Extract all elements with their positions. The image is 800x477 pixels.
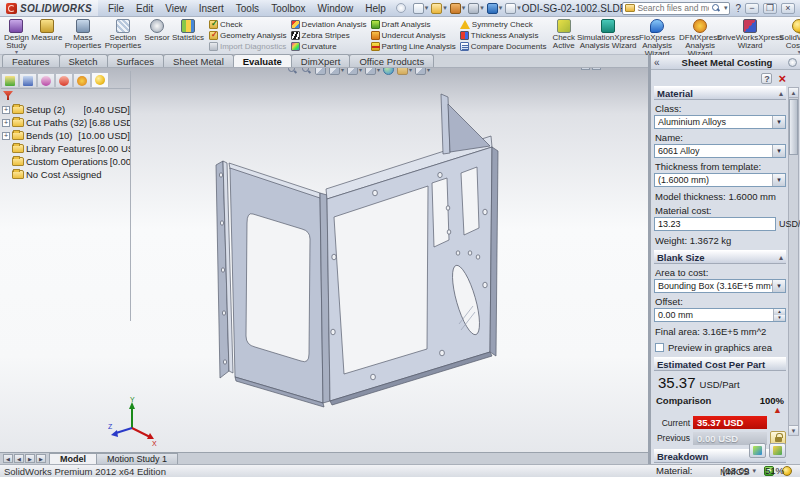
display-style-button[interactable]: ▾ [365, 68, 380, 75]
print-button[interactable]: ▾ [467, 2, 485, 15]
expand-icon[interactable]: + [2, 132, 10, 140]
costing-close-button[interactable]: × [778, 73, 786, 84]
material-cost-input[interactable] [654, 217, 776, 231]
undercut-analysis-button[interactable]: Undercut Analysis [371, 30, 456, 40]
draft-analysis-button[interactable]: Draft Analysis [371, 19, 456, 29]
select-button[interactable]: ▾ [504, 2, 522, 15]
caret-icon[interactable]: ▾ [462, 4, 466, 12]
zoom-to-area-button[interactable] [301, 68, 312, 75]
caret-icon[interactable]: ▾ [443, 4, 447, 12]
caret-icon[interactable]: ▾ [517, 4, 521, 12]
tree-row-setup[interactable]: + Setup (2) [0.40 USD] [1, 103, 130, 116]
design-study-button[interactable]: Design Study ▾ [2, 18, 31, 54]
zoom-to-fit-button[interactable] [287, 68, 298, 75]
area-to-cost-select[interactable]: Bounding Box (3.16E+5 mm^2) ▾ [654, 279, 786, 293]
collapse-section-icon[interactable]: ▴ [779, 253, 783, 262]
previous-view-button[interactable] [315, 68, 326, 75]
tab-sketch[interactable]: Sketch [59, 54, 108, 67]
viewport-split-icon[interactable] [592, 68, 601, 70]
next-tab-icon[interactable]: ▶ [25, 454, 35, 463]
sensor-button[interactable]: Sensor [143, 18, 171, 54]
chevron-down-icon[interactable]: ▾ [772, 280, 785, 292]
search-caret-icon[interactable]: ▾ [724, 4, 728, 12]
viewport-layout-icon[interactable] [581, 68, 590, 70]
search-box[interactable]: ▾ [622, 2, 730, 15]
stepper-down-icon[interactable]: ▼ [774, 315, 785, 321]
doc-close-button[interactable]: × [629, 68, 640, 71]
caret-icon[interactable]: ▾ [480, 4, 484, 12]
tree-row-bends[interactable]: + Bends (10) [10.00 USD] [1, 129, 130, 142]
tab-dimxpert-manager[interactable] [55, 73, 73, 87]
search-icon[interactable] [711, 3, 721, 13]
prev-tab-icon[interactable]: ◀ [14, 454, 24, 463]
open-button[interactable]: ▾ [430, 2, 448, 15]
menu-view[interactable]: View [159, 1, 193, 16]
chevron-down-icon[interactable]: ▾ [772, 145, 785, 157]
statistics-button[interactable]: Statistics [171, 18, 205, 54]
scroll-up-icon[interactable]: ▲ [789, 88, 798, 98]
collapse-section-icon[interactable]: ▴ [779, 89, 783, 98]
blank-size-section-header[interactable]: Blank Size ▴ [654, 250, 786, 264]
solidworks-costing-button[interactable]: SolidWorks Costing ▾ [777, 18, 800, 54]
tab-model[interactable]: Model [49, 453, 97, 465]
menu-insert[interactable]: Insert [193, 1, 230, 16]
chevron-down-icon[interactable]: ▾ [772, 116, 785, 128]
tree-row-library-features[interactable]: Library Features [0.00 USD] [1, 142, 130, 155]
pin-icon[interactable] [788, 58, 797, 67]
offset-stepper[interactable]: 0.00 mm ▲ ▼ [654, 308, 786, 322]
menu-edit[interactable]: Edit [130, 1, 159, 16]
view-orientation-button[interactable]: ▾ [347, 68, 362, 75]
doc-restore-button[interactable]: ❐ [616, 68, 627, 71]
parting-line-analysis-button[interactable]: Parting Line Analysis [371, 41, 456, 51]
caret-icon[interactable]: ▾ [499, 4, 503, 12]
menu-window[interactable]: Window [312, 1, 360, 16]
curvature-button[interactable]: Curvature [291, 41, 367, 51]
tree-row-no-cost-assigned[interactable]: No Cost Assigned [1, 168, 130, 181]
tab-evaluate[interactable]: Evaluate [233, 54, 292, 67]
update-cost-button[interactable] [769, 443, 786, 458]
costing-help-button[interactable]: ? [761, 73, 772, 84]
tab-display-manager[interactable] [73, 73, 91, 87]
graphics-area[interactable]: ▾ ▾ ▾ ▾ ▾ − ❐ × [0, 68, 648, 452]
undo-button[interactable]: ▾ [486, 2, 504, 15]
minimize-button[interactable]: − [745, 3, 759, 14]
menu-pin-icon[interactable] [396, 3, 406, 13]
thickness-analysis-button[interactable]: Thickness Analysis [460, 30, 547, 40]
driveworksxpress-button[interactable]: DriveWorksXpress Wizard [723, 18, 777, 54]
floxpress-button[interactable]: FloXpress Analysis Wizard [637, 18, 677, 54]
section-properties-button[interactable]: Section Properties [103, 18, 143, 54]
preview-checkbox-row[interactable]: Preview in graphics area [655, 342, 785, 353]
search-input[interactable] [637, 3, 708, 13]
tab-configuration-manager[interactable] [37, 73, 55, 87]
geometry-analysis-button[interactable]: Geometry Analysis [209, 30, 287, 40]
name-select[interactable]: 6061 Alloy ▾ [654, 144, 786, 158]
edit-appearance-button[interactable]: ▾ [397, 68, 412, 75]
menu-help[interactable]: Help [359, 1, 392, 16]
last-tab-icon[interactable]: ▶ [36, 454, 46, 463]
tab-feature-tree[interactable] [1, 73, 19, 87]
hide-show-items-button[interactable] [383, 68, 394, 75]
help-icon[interactable]: ? [735, 3, 741, 14]
collapse-pane-button[interactable]: « [654, 57, 666, 68]
tab-motion-study[interactable]: Motion Study 1 [96, 453, 178, 465]
first-tab-icon[interactable]: ◀ [3, 454, 13, 463]
deviation-analysis-button[interactable]: Deviation Analysis [291, 19, 367, 29]
section-view-button[interactable]: ▾ [329, 68, 344, 75]
tree-row-custom-operations[interactable]: Custom Operations [0.00 USD] [1, 155, 130, 168]
check-active-button[interactable]: Check Active ... ▾ [550, 18, 577, 54]
preview-checkbox[interactable] [655, 343, 664, 352]
symmetry-check-button[interactable]: Symmetry Check [460, 19, 547, 29]
tab-costing-manager[interactable] [91, 72, 109, 87]
save-button[interactable]: ▾ [449, 2, 467, 15]
compare-documents-button[interactable]: Compare Documents [460, 41, 547, 51]
tab-property-manager[interactable] [19, 73, 37, 87]
tree-filter-icon[interactable] [3, 91, 13, 100]
stepper-buttons[interactable]: ▲ ▼ [773, 309, 785, 321]
tab-features[interactable]: Features [2, 54, 60, 67]
class-select[interactable]: Aluminium Alloys ▾ [654, 115, 786, 129]
task-pane-scrollbar[interactable]: ▲ ▼ [788, 87, 799, 436]
tree-row-cut-paths[interactable]: + Cut Paths (32) [6.88 USD] [1, 116, 130, 129]
caret-icon[interactable]: ▾ [425, 4, 429, 12]
menu-toolbox[interactable]: Toolbox [265, 1, 311, 16]
apply-scene-button[interactable]: ▾ [415, 68, 430, 75]
